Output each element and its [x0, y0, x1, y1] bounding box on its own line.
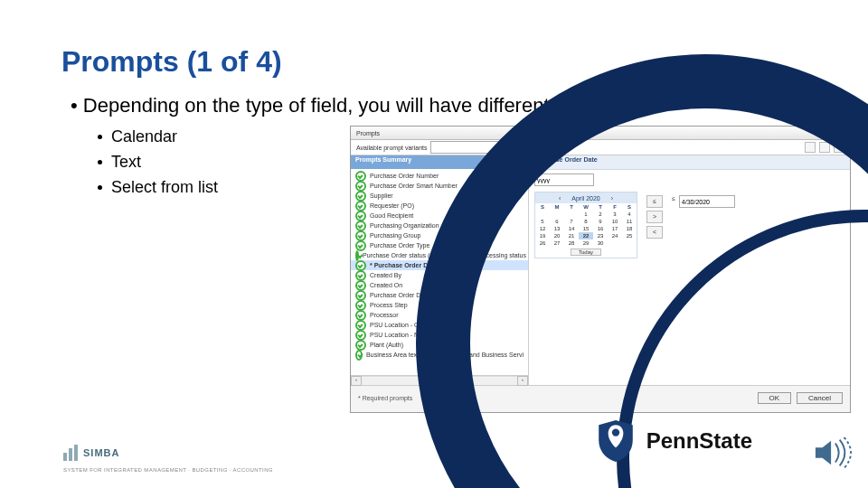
check-icon — [355, 171, 366, 182]
check-icon — [355, 240, 366, 251]
dialog-title: Prompts — [356, 130, 380, 136]
speaker-icon — [814, 437, 852, 472]
svg-point-0 — [612, 428, 619, 436]
prompt-list-label: Purchase Order Smart Number — [370, 183, 458, 189]
prompt-list-label: Plant (Auth) — [370, 342, 403, 348]
prompt-list-label: Created On — [370, 282, 402, 288]
required-note: * Required prompts — [358, 395, 412, 401]
check-icon — [355, 330, 366, 341]
check-icon — [355, 300, 366, 311]
prompt-list-label: Purchasing Group — [370, 232, 420, 239]
slide-title: Prompts (1 of 4) — [61, 45, 282, 79]
prompt-list-label: Supplier — [370, 192, 393, 199]
check-icon — [355, 350, 363, 361]
prompt-list-label: Purchase Order Type — [370, 242, 429, 249]
check-icon — [355, 181, 366, 192]
scroll-left-icon[interactable]: ‹ — [351, 376, 362, 386]
check-icon — [355, 230, 366, 241]
check-icon — [355, 191, 366, 202]
check-icon — [355, 290, 366, 301]
simba-subtitle: SYSTEM FOR INTEGRATED MANAGEMENT · BUDGE… — [63, 467, 273, 473]
prompt-list-label: Purchase Order Number — [370, 173, 439, 179]
bars-icon — [63, 445, 78, 461]
pennstate-wordmark: PennState — [646, 428, 752, 454]
check-icon — [355, 221, 366, 231]
check-icon — [355, 201, 366, 211]
prompt-list-label: Good Recipient — [370, 212, 413, 219]
simba-logo: SIMBA — [63, 445, 119, 461]
sub-bullet: Calendar — [111, 125, 177, 150]
sub-bullet-list: Calendar Text Select from list — [98, 125, 218, 201]
check-icon — [355, 270, 366, 281]
check-icon — [355, 340, 366, 351]
sub-bullet: Text — [111, 150, 141, 175]
check-icon — [355, 211, 366, 221]
available-prompt-label: Available prompt variants — [356, 145, 427, 151]
pennstate-shield-icon — [597, 419, 635, 463]
prompt-list-label: Requester (PO) — [370, 202, 414, 209]
check-icon — [355, 320, 366, 331]
prompt-list-label: Process Step — [370, 302, 408, 308]
check-icon — [355, 260, 366, 271]
check-icon — [355, 310, 366, 321]
prompt-list-label: Processor — [370, 312, 399, 318]
prompt-list-label: Purchasing Organization — [370, 222, 439, 229]
prompt-list-label: Created By — [370, 272, 401, 278]
sub-bullet: Select from list — [111, 175, 218, 201]
check-icon — [355, 250, 359, 261]
check-icon — [355, 280, 366, 291]
